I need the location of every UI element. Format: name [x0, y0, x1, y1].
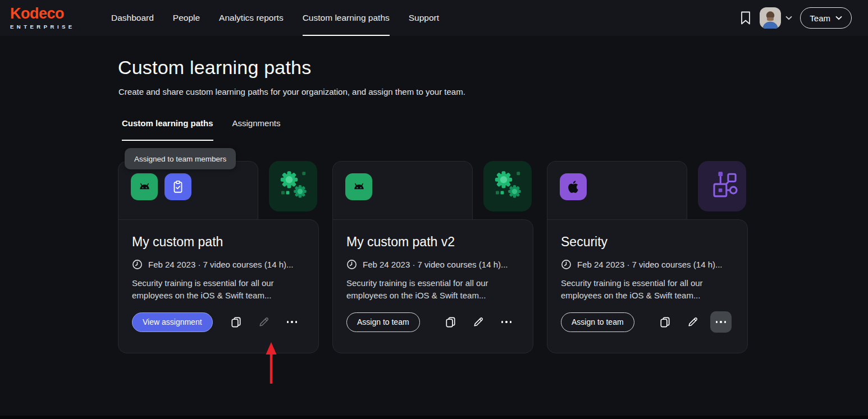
- copy-icon[interactable]: [440, 311, 461, 333]
- nav-item-dashboard[interactable]: Dashboard: [102, 0, 163, 36]
- user-menu[interactable]: [760, 7, 792, 29]
- copy-icon[interactable]: [654, 311, 675, 333]
- app-window: Kodeco ENTERPRISE Dashboard People Analy…: [0, 0, 868, 419]
- clock-icon: [346, 259, 357, 270]
- card-meta-text: Feb 24 2023 · 7 video courses (14 h)...: [148, 260, 293, 269]
- edit-pencil-icon[interactable]: [468, 311, 489, 333]
- learning-path-card-list: My custom path Feb 24 2023 · 7 video cou…: [118, 161, 748, 353]
- card-icon-actions: [654, 311, 732, 333]
- card-meta-text: Feb 24 2023 · 7 video courses (14 h)...: [363, 260, 508, 269]
- more-options-icon[interactable]: [710, 311, 732, 333]
- more-options-icon[interactable]: [496, 311, 517, 333]
- edit-pencil-icon[interactable]: [682, 311, 703, 333]
- android-badge-icon: [345, 173, 372, 200]
- copy-icon[interactable]: [225, 311, 246, 333]
- platform-badges: [131, 173, 191, 200]
- nav-item-custom-learning-paths[interactable]: Custom learning paths: [293, 0, 399, 36]
- assignment-clipboard-badge-icon: [165, 173, 191, 200]
- card-my-custom-path: My custom path Feb 24 2023 · 7 video cou…: [118, 161, 319, 353]
- card-meta-text: Feb 24 2023 · 7 video courses (14 h)...: [577, 260, 722, 269]
- card-security: Security Feb 24 2023 · 7 video courses (…: [547, 161, 748, 353]
- red-annotation-arrow: [265, 342, 277, 386]
- chevron-down-icon: [785, 16, 792, 20]
- card-title: My custom path v2: [346, 234, 519, 250]
- card-my-custom-path-v2: My custom path v2 Feb 24 2023 · 7 video …: [332, 161, 533, 353]
- card-description: Security training is essential for all o…: [346, 277, 516, 302]
- card-description: Security training is essential for all o…: [132, 277, 301, 302]
- card-actions-row: Assign to team: [561, 311, 734, 333]
- card-actions-row: View assignment: [132, 311, 305, 333]
- team-dropdown-label: Team: [810, 13, 830, 23]
- nav-item-people[interactable]: People: [163, 0, 209, 36]
- bookmark-icon[interactable]: [739, 11, 752, 25]
- nav-item-support[interactable]: Support: [399, 0, 449, 36]
- top-nav-bar: Kodeco ENTERPRISE Dashboard People Analy…: [0, 0, 868, 36]
- kodeco-logo[interactable]: Kodeco ENTERPRISE: [10, 6, 93, 30]
- card-icon-actions: [225, 311, 303, 333]
- apple-badge-icon: [560, 173, 587, 200]
- card-body: Security Feb 24 2023 · 7 video courses (…: [547, 219, 748, 353]
- platform-badges: [345, 173, 372, 200]
- card-icon-actions: [440, 311, 517, 333]
- view-assignment-button[interactable]: View assignment: [132, 312, 213, 332]
- page-title: Custom learning paths: [118, 57, 311, 79]
- card-body: My custom path v2 Feb 24 2023 · 7 video …: [332, 219, 533, 353]
- tab-assignments[interactable]: Assignments: [232, 118, 281, 141]
- content-tabs: Custom learning paths Assignments: [122, 118, 280, 141]
- android-badge-icon: [131, 173, 158, 200]
- clock-icon: [561, 259, 572, 270]
- card-title: Security: [561, 234, 734, 250]
- assign-to-team-button[interactable]: Assign to team: [346, 312, 420, 332]
- tooltip-assigned-to-team-members: Assigned to team members: [125, 148, 236, 169]
- avatar[interactable]: [760, 7, 781, 29]
- card-meta-row: Feb 24 2023 · 7 video courses (14 h)...: [561, 259, 734, 270]
- tab-custom-learning-paths[interactable]: Custom learning paths: [122, 118, 213, 141]
- card-title: My custom path: [132, 234, 305, 250]
- main-nav: Dashboard People Analytics reports Custo…: [102, 0, 449, 36]
- more-options-icon[interactable]: [281, 311, 303, 333]
- page-subtitle: Create and share custom learning paths f…: [118, 87, 465, 96]
- gears-thumbnail-icon: [483, 161, 532, 211]
- footer-strip: [0, 416, 868, 419]
- clock-icon: [132, 259, 143, 270]
- chevron-down-icon: [835, 16, 842, 20]
- header-right-cluster: Team: [739, 0, 852, 36]
- nav-item-analytics-reports[interactable]: Analytics reports: [209, 0, 293, 36]
- edit-pencil-icon[interactable]: [253, 311, 275, 333]
- platform-badges: [560, 173, 587, 200]
- card-meta-row: Feb 24 2023 · 7 video courses (14 h)...: [132, 259, 305, 270]
- card-body: My custom path Feb 24 2023 · 7 video cou…: [118, 219, 319, 353]
- card-meta-row: Feb 24 2023 · 7 video courses (14 h)...: [346, 259, 519, 270]
- logo-brand-text: Kodeco: [10, 6, 93, 21]
- gears-thumbnail-icon: [269, 161, 317, 211]
- card-description: Security training is essential for all o…: [561, 277, 730, 302]
- team-dropdown-button[interactable]: Team: [800, 7, 852, 29]
- flowchart-thumbnail-icon: [698, 161, 746, 211]
- card-actions-row: Assign to team: [346, 311, 519, 333]
- logo-tagline-text: ENTERPRISE: [10, 24, 93, 30]
- assign-to-team-button[interactable]: Assign to team: [561, 312, 634, 332]
